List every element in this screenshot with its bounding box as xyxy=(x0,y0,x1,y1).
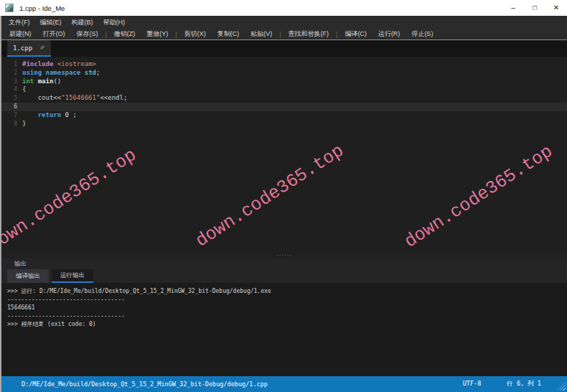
panel-tab[interactable]: 运行输出 xyxy=(52,269,93,283)
toolbar-button[interactable]: 打开(O) xyxy=(37,29,71,39)
toolbar: 新建(N)打开(O)保存(S)|撤销(Z)重做(Y)|剪切(X)复制(C)粘贴(… xyxy=(1,29,567,40)
output-line: >>> 程序结束 (exit code: 0) xyxy=(7,320,567,329)
close-button[interactable]: ✕ xyxy=(545,0,567,16)
code-area[interactable]: 1#include <iostream>2using namespace std… xyxy=(1,60,567,128)
code-line-text: cout<<"15646661"<<endl; xyxy=(22,94,127,103)
toolbar-button[interactable]: 编译(C) xyxy=(339,29,372,39)
line-number: 3 xyxy=(1,78,22,86)
output-line: ---------------------------------- xyxy=(7,312,567,321)
run-output-console[interactable]: >>> 运行: D:/ME/Ide_Me/build/Desktop_Qt_5_… xyxy=(1,283,567,376)
status-encoding: UTF-8 xyxy=(463,380,482,388)
tab-1cpp[interactable]: 1.cpp ✎ xyxy=(7,40,51,57)
maximize-button[interactable]: □ xyxy=(524,0,545,16)
line-number: 2 xyxy=(1,69,22,78)
line-number: 7 xyxy=(1,111,22,120)
menu-item[interactable]: 编辑(E) xyxy=(35,18,67,27)
resize-grip-icon[interactable] xyxy=(557,382,566,391)
output-panel-tabs: 编译输出运行输出 xyxy=(1,269,567,283)
output-panel-title: 输出 xyxy=(1,258,567,269)
watermark-text: down.code365.top xyxy=(400,141,556,251)
window-title: 1.cpp - Ide_Me xyxy=(19,4,65,12)
code-line-text: int main() xyxy=(22,78,61,86)
status-file-path: D:/ME/Ide_Me/build/Desktop_Qt_5_15_2_Min… xyxy=(22,381,268,388)
line-number: 1 xyxy=(1,60,22,69)
code-line[interactable]: 3int main() xyxy=(1,78,567,86)
status-bar: D:/ME/Ide_Me/build/Desktop_Qt_5_15_2_Min… xyxy=(1,376,567,392)
toolbar-button[interactable]: 停止(S) xyxy=(406,29,439,39)
output-line: ---------------------------------- xyxy=(7,296,567,304)
menu-item[interactable]: 构建(B) xyxy=(67,18,98,27)
code-line-text: } xyxy=(22,120,26,129)
toolbar-button[interactable]: 撤销(Z) xyxy=(108,29,141,39)
menu-item[interactable]: 帮助(H) xyxy=(98,18,131,27)
panel-tab[interactable]: 编译输出 xyxy=(7,269,49,283)
drag-handle-icon[interactable]: ······ xyxy=(276,254,292,256)
toolbar-button[interactable]: 新建(N) xyxy=(4,29,37,39)
toolbar-button[interactable]: 运行(R) xyxy=(372,29,406,39)
status-cursor-position: 行 6, 列 1 xyxy=(507,380,541,388)
toolbar-button[interactable]: 查找和替换(F) xyxy=(283,29,335,39)
app-icon xyxy=(5,4,14,12)
code-line-text: { xyxy=(22,85,26,94)
window-controls: – □ ✕ xyxy=(502,0,567,16)
toolbar-button[interactable]: 剪切(X) xyxy=(179,29,212,39)
code-line-text: using namespace std; xyxy=(22,69,100,78)
pencil-icon: ✎ xyxy=(39,45,45,52)
toolbar-button[interactable]: 粘贴(V) xyxy=(245,29,278,39)
menu-item[interactable]: 文件(F) xyxy=(4,18,35,27)
code-line[interactable]: 1#include <iostream> xyxy=(1,60,567,69)
code-line-text: #include <iostream> xyxy=(22,60,96,69)
output-line: >>> 运行: D:/ME/Ide_Me/build/Desktop_Qt_5_… xyxy=(7,287,567,296)
app-window: 1.cpp - Ide_Me – □ ✕ 文件(F)编辑(E)构建(B)帮助(H… xyxy=(0,0,567,392)
watermark-text: down.code365.top xyxy=(1,144,141,251)
panel-splitter[interactable]: ······ xyxy=(1,251,567,258)
window-body: 文件(F)编辑(E)构建(B)帮助(H) 新建(N)打开(O)保存(S)|撤销(… xyxy=(0,16,567,392)
title-bar: 1.cpp - Ide_Me – □ ✕ xyxy=(0,0,567,16)
code-line[interactable]: 8} xyxy=(1,120,567,129)
code-line[interactable]: 7 return 0 ; xyxy=(1,111,567,120)
code-line[interactable]: 6 xyxy=(1,103,567,111)
code-line-text: return 0 ; xyxy=(22,111,77,120)
minimize-button[interactable]: – xyxy=(502,0,524,16)
code-editor[interactable]: 1#include <iostream>2using namespace std… xyxy=(1,57,567,251)
line-number: 8 xyxy=(1,120,22,129)
code-line[interactable]: 2using namespace std; xyxy=(1,69,567,78)
watermark-text: down.code365.top xyxy=(192,140,347,251)
code-line[interactable]: 4{ xyxy=(1,85,567,94)
toolbar-button[interactable]: 保存(S) xyxy=(71,29,104,39)
toolbar-button[interactable]: 重做(Y) xyxy=(141,29,174,39)
toolbar-button[interactable]: 复制(C) xyxy=(212,29,245,39)
tab-label: 1.cpp xyxy=(13,45,32,52)
line-number: 5 xyxy=(1,94,22,103)
line-number: 4 xyxy=(1,85,22,94)
menu-bar: 文件(F)编辑(E)构建(B)帮助(H) xyxy=(1,16,567,29)
line-number: 6 xyxy=(1,103,22,111)
output-line: 15646661 xyxy=(7,304,567,312)
code-line[interactable]: 5 cout<<"15646661"<<endl; xyxy=(1,94,567,103)
editor-tab-strip: 1.cpp ✎ xyxy=(1,40,567,57)
